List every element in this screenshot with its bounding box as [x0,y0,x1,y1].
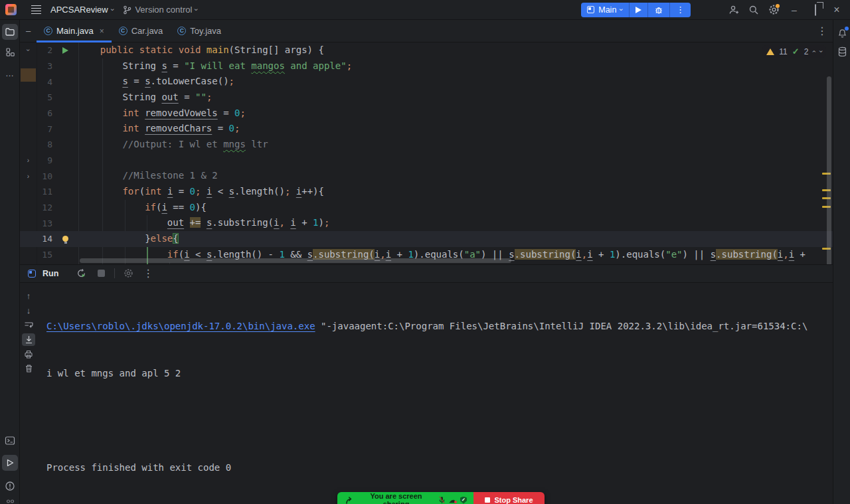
code-line[interactable]: 12if(i == 0){ [20,200,833,216]
code-line[interactable]: 4s = s.toLowerCase(); [20,74,833,90]
run-console[interactable]: ↑ ↓ [20,283,833,504]
scroll-to-end-button[interactable] [22,333,35,346]
code-rows: ›2public static void main(String[] args)… [20,42,833,264]
code-line[interactable]: 3String s = "I will eat mangos and apple… [20,58,833,74]
gear-icon [124,268,133,278]
stop-share-button[interactable]: Stop Share [473,492,545,504]
line-number[interactable]: 7 [37,124,58,134]
code-line[interactable]: 8//Output: I wl et mngs ltr [20,137,833,153]
hide-gutter-button[interactable]: – [20,20,37,42]
run-panel-more-button[interactable]: ⋮ [141,267,155,280]
soft-wrap-button[interactable] [22,319,35,331]
main-menu-icon[interactable] [31,5,41,15]
code-editor[interactable]: ›2public static void main(String[] args)… [20,42,833,264]
code-line[interactable]: 5String out = ""; [20,90,833,106]
code-text: for(int i = 0; i < s.length(); i++){ [78,184,324,200]
code-text: String s = "I will eat mangos and apple"… [78,58,352,74]
warning-count: 11 [779,47,787,56]
rerun-icon [76,268,86,278]
rerun-button[interactable] [74,267,88,280]
bug-icon [654,5,663,15]
code-line[interactable]: 16if(i > 0 && s.substring(i - 1, i).equa… [20,262,833,264]
line-number[interactable]: 15 [37,250,58,260]
run-toolwindow-button[interactable] [2,455,18,471]
java-exe-link[interactable]: C:\Users\roblo\.jdks\openjdk-17.0.2\bin\… [46,321,315,331]
vertical-scrollbar[interactable] [827,76,831,264]
minimize-button[interactable]: – [785,5,804,15]
code-line[interactable]: 7int removedChars = 0; [20,121,833,137]
code-line[interactable]: 6int removedVowels = 0; [20,106,833,122]
line-number[interactable]: 11 [37,187,58,197]
line-number[interactable]: 12 [37,203,58,212]
tab-toy-java[interactable]: C Toy.java [170,20,228,42]
line-number[interactable]: 10 [37,171,58,181]
run-config-selector[interactable]: Main › [581,3,629,17]
fold-down-icon[interactable]: › [20,42,37,58]
run-more-button[interactable]: ⋮ [669,3,691,17]
fold-gutter [20,231,37,247]
print-button[interactable] [22,348,35,361]
tab-car-java[interactable]: C Car.java [112,20,171,42]
fold-right-icon[interactable]: › [20,168,37,184]
intention-bulb-icon[interactable] [62,236,68,242]
line-number[interactable]: 13 [37,218,58,228]
scroll-up-button[interactable]: ↑ [22,290,35,302]
stop-share-label: Stop Share [494,496,533,504]
line-number[interactable]: 9 [37,155,58,165]
line-number[interactable]: 2 [37,45,58,55]
terminal-toolwindow-button[interactable] [2,432,18,448]
right-tool-stripe [833,20,850,504]
project-selector[interactable]: APCSAReview › [50,5,114,15]
prev-problem-icon[interactable]: › [810,50,817,52]
intellij-logo-icon [5,4,17,15]
scroll-down-button[interactable]: ↓ [22,304,35,317]
debug-button[interactable] [647,3,669,17]
line-number[interactable]: 6 [37,108,58,118]
run-panel-title: Run [42,269,58,278]
more-toolwindows-button[interactable]: … [2,65,18,81]
app-frame: … – [0,20,850,504]
close-icon[interactable]: × [100,27,104,36]
services-toolwindow-button[interactable] [2,495,18,504]
code-with-me-button[interactable] [725,1,742,19]
code-line[interactable]: ›9 [20,153,833,169]
run-settings-button[interactable] [122,267,135,280]
restore-button[interactable] [806,5,825,15]
line-number[interactable]: 5 [37,92,58,102]
clear-console-button[interactable] [22,363,35,375]
inspections-widget[interactable]: 11 ✓ 2 › › [762,45,826,58]
soft-wrap-icon [24,321,34,329]
next-problem-icon[interactable]: › [817,50,825,52]
horizontal-scrollbar[interactable] [80,258,511,263]
line-number[interactable]: 8 [37,139,58,149]
database-icon [837,46,847,57]
run-line-icon[interactable] [62,47,68,54]
vcs-selector[interactable]: Version control › [123,5,198,15]
restore-icon [815,4,816,16]
code-line[interactable]: 11for(int i = 0; i < s.length(); i++){ [20,184,833,200]
code-line[interactable]: 14}else{ [20,231,833,247]
structure-toolwindow-button[interactable] [2,44,18,60]
notifications-button[interactable] [834,25,850,41]
tab-main-java[interactable]: C Main.java × [37,20,112,42]
code-text: if(i == 0){ [78,200,207,216]
close-button[interactable]: × [827,4,846,16]
fold-gutter [20,106,37,122]
database-toolwindow-button[interactable] [834,44,850,60]
fold-right-icon[interactable]: › [20,153,37,169]
line-number[interactable]: 3 [37,61,58,71]
printer-icon [24,350,33,359]
project-toolwindow-button[interactable] [2,24,18,40]
code-line[interactable]: ›10//Milestone 1 & 2 [20,168,833,184]
line-number[interactable]: 14 [37,234,58,244]
class-icon: C [119,27,128,35]
search-everywhere-button[interactable] [745,1,762,19]
code-line[interactable]: ›2public static void main(String[] args)… [20,42,833,58]
stop-button[interactable] [94,267,108,280]
code-line[interactable]: 13out += s.substring(i, i + 1); [20,215,833,231]
run-button[interactable] [629,3,647,17]
problems-toolwindow-button[interactable] [2,478,18,494]
tab-options-button[interactable]: ⋮ [817,20,833,42]
settings-button[interactable] [765,1,782,19]
line-number[interactable]: 4 [37,77,58,87]
